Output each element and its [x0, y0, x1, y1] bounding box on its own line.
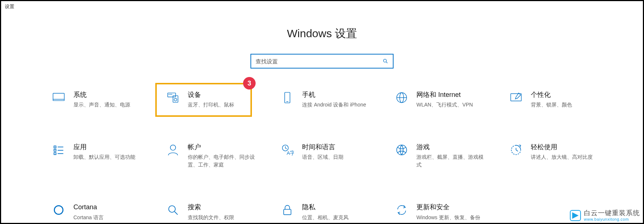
search-input[interactable]: [256, 58, 382, 64]
tile-text: 游戏 游戏栏、截屏、直播、游戏模式: [416, 143, 487, 169]
tile-text: 轻松使用 讲述人、放大镜、高对比度: [531, 143, 593, 161]
phone-icon: [281, 91, 294, 104]
tile-title: 隐私: [302, 203, 349, 212]
tile-phone[interactable]: 手机 连接 Android 设备和 iPhone: [277, 87, 388, 112]
svg-point-31: [169, 206, 175, 213]
tile-update-security[interactable]: 更新和安全 Windows 更新、恢复、备份: [391, 200, 502, 224]
svg-text:A字: A字: [287, 150, 294, 156]
tile-subtitle: 背景、锁屏、颜色: [531, 101, 572, 109]
tile-title: 个性化: [531, 90, 572, 99]
tile-gaming[interactable]: 游戏 游戏栏、截屏、直播、游戏模式: [391, 140, 502, 172]
tile-subtitle: 查找我的文件、权限: [188, 214, 234, 221]
tile-devices[interactable]: 设备 蓝牙、打印机、鼠标: [163, 87, 273, 112]
tile-ease-of-access[interactable]: 轻松使用 讲述人、放大镜、高对比度: [506, 140, 616, 172]
accounts-icon: [166, 143, 180, 157]
tile-title: 时间和语言: [302, 143, 343, 152]
tile-title: 设备: [188, 90, 234, 99]
svg-line-29: [516, 150, 518, 151]
svg-line-32: [175, 212, 178, 215]
tile-title: 手机: [302, 90, 366, 99]
svg-line-1: [386, 62, 387, 63]
tile-title: 帐户: [188, 143, 258, 152]
tile-text: 更新和安全 Windows 更新、恢复、备份: [416, 203, 480, 221]
tile-subtitle: 语音、区域、日期: [302, 153, 343, 161]
svg-rect-4: [168, 93, 176, 97]
svg-rect-17: [54, 149, 56, 151]
watermark-url: www.baiyunxitong.com: [584, 217, 640, 221]
tile-subtitle: Windows 更新、恢复、备份: [416, 214, 480, 221]
svg-rect-18: [54, 153, 56, 154]
tile-text: Cortana Cortana 语言: [73, 203, 104, 221]
watermark-text: 白云一键重装系统 www.baiyunxitong.com: [584, 210, 640, 221]
tile-personalization[interactable]: 个性化 背景、锁屏、颜色: [506, 87, 616, 112]
tile-subtitle: 显示、声音、通知、电源: [73, 101, 130, 109]
tile-search[interactable]: 搜索 查找我的文件、权限: [163, 200, 273, 224]
watermark-title: 白云一键重装系统: [584, 210, 640, 217]
tile-accounts[interactable]: 帐户 你的帐户、电子邮件、同步设置、工作、家庭: [163, 140, 273, 172]
watermark: 白云一键重装系统 www.baiyunxitong.com: [570, 210, 640, 221]
tile-subtitle: 游戏栏、截屏、直播、游戏模式: [416, 153, 487, 169]
update-icon: [395, 203, 408, 217]
tile-network[interactable]: 网络和 Internet WLAN、飞行模式、VPN: [391, 87, 502, 112]
tile-apps[interactable]: 应用 卸载、默认应用、可选功能: [48, 140, 159, 172]
search-category-icon: [166, 203, 180, 217]
apps-icon: [52, 143, 65, 157]
settings-grid: 系统 显示、声音、通知、电源 设备 蓝牙、打印机、鼠标 手机 连接 Androi…: [48, 87, 621, 224]
tile-text: 手机 连接 Android 设备和 iPhone: [302, 90, 366, 109]
tile-subtitle: Cortana 语言: [73, 214, 104, 221]
tile-text: 时间和语言 语音、区域、日期: [302, 143, 343, 161]
tile-text: 个性化 背景、锁屏、颜色: [531, 90, 572, 109]
privacy-icon: [281, 203, 294, 217]
svg-rect-33: [284, 210, 291, 215]
search-box[interactable]: [250, 54, 394, 69]
ease-icon: [509, 143, 523, 157]
tile-time-language[interactable]: A字 时间和语言 语音、区域、日期: [277, 140, 388, 172]
svg-point-7: [172, 94, 172, 95]
tile-text: 设备 蓝牙、打印机、鼠标: [188, 90, 234, 109]
time-language-icon: A字: [281, 143, 294, 157]
system-icon: [52, 91, 65, 104]
tile-title: 轻松使用: [531, 143, 593, 152]
tile-title: 游戏: [416, 143, 487, 152]
search-icon: [382, 58, 388, 64]
svg-point-22: [170, 145, 176, 150]
tile-title: 更新和安全: [416, 203, 480, 212]
tile-system[interactable]: 系统 显示、声音、通知、电源: [48, 87, 159, 112]
svg-point-27: [397, 145, 407, 155]
tile-title: 应用: [73, 143, 135, 152]
tile-title: 网络和 Internet: [416, 90, 473, 99]
svg-point-5: [169, 94, 169, 95]
tile-title: Cortana: [73, 203, 104, 212]
svg-rect-16: [54, 146, 56, 148]
tile-subtitle: 卸载、默认应用、可选功能: [73, 153, 135, 161]
tile-text: 系统 显示、声音、通知、电源: [73, 90, 130, 109]
devices-icon: [166, 91, 180, 104]
tile-subtitle: 位置、相机、麦克风: [302, 214, 349, 221]
svg-point-30: [54, 206, 63, 214]
svg-point-9: [174, 98, 177, 101]
personalization-icon: [509, 91, 523, 104]
svg-point-6: [170, 94, 170, 95]
tile-privacy[interactable]: 隐私 位置、相机、麦克风: [277, 200, 388, 224]
window-title: 设置: [1, 1, 643, 12]
watermark-logo-icon: [570, 210, 581, 221]
tile-subtitle: 蓝牙、打印机、鼠标: [188, 101, 234, 109]
settings-window: 设置 Windows 设置 系统 显示、声音、通知、电源 设备: [0, 0, 644, 224]
tile-text: 应用 卸载、默认应用、可选功能: [73, 143, 135, 161]
tile-text: 网络和 Internet WLAN、飞行模式、VPN: [416, 90, 473, 109]
gaming-icon: [395, 143, 408, 157]
page-heading: Windows 设置: [1, 26, 643, 41]
svg-rect-10: [285, 92, 290, 103]
tile-title: 系统: [73, 90, 130, 99]
tile-subtitle: WLAN、飞行模式、VPN: [416, 101, 473, 109]
search-container: [1, 54, 643, 69]
tile-cortana[interactable]: Cortana Cortana 语言: [48, 200, 159, 224]
tile-title: 搜索: [188, 203, 234, 212]
tile-text: 搜索 查找我的文件、权限: [188, 203, 234, 221]
tile-text: 帐户 你的帐户、电子邮件、同步设置、工作、家庭: [188, 143, 258, 169]
tile-subtitle: 连接 Android 设备和 iPhone: [302, 101, 366, 109]
tile-subtitle: 讲述人、放大镜、高对比度: [531, 153, 593, 161]
tile-text: 隐私 位置、相机、麦克风: [302, 203, 349, 221]
tile-subtitle: 你的帐户、电子邮件、同步设置、工作、家庭: [188, 153, 258, 169]
cortana-icon: [52, 203, 65, 217]
